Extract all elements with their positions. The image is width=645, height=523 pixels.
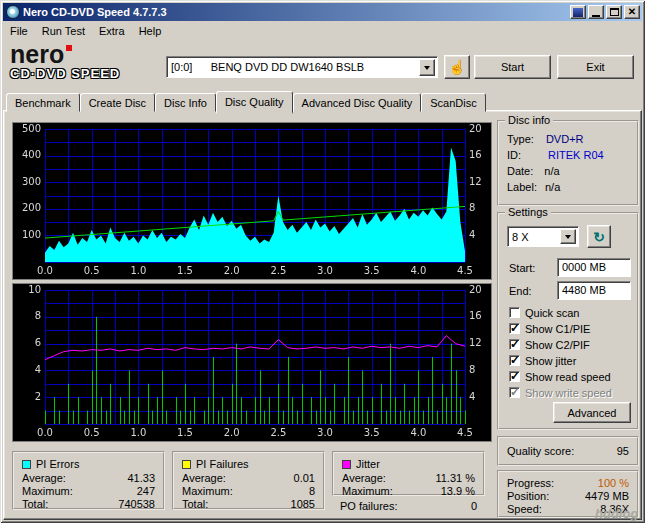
settings-title: Settings xyxy=(505,206,551,218)
start-position-field[interactable]: 0000 MB xyxy=(557,258,631,277)
quality-score-panel: Quality score: 95 xyxy=(497,436,639,466)
disc-id-label: ID: xyxy=(507,149,521,161)
checkbox-show-jitter[interactable]: Show jitter xyxy=(509,354,576,367)
pi-failures-panel: PI Failures Average:0.01 Maximum:8 Total… xyxy=(172,451,325,510)
pi-failures-total: 1085 xyxy=(291,498,315,510)
progress-value: 100 % xyxy=(598,477,629,489)
pi-failures-average: 0.01 xyxy=(294,472,315,484)
checkbox-show-read-speed[interactable]: Show read speed xyxy=(509,370,611,383)
jitter-maximum: 13.9 % xyxy=(441,485,475,497)
disc-info-title: Disc info xyxy=(505,114,553,126)
scan-speed-select[interactable]: 8 X xyxy=(507,226,579,247)
checkbox-icon xyxy=(509,323,520,334)
tabstrip: Benchmark Create Disc Disc Info Disc Qua… xyxy=(6,91,486,112)
tab-disc-quality[interactable]: Disc Quality xyxy=(216,91,293,114)
app-icon xyxy=(6,5,20,19)
jitter-title: Jitter xyxy=(356,458,380,470)
jitter-average: 11.31 % xyxy=(435,472,475,484)
jitter-color-swatch xyxy=(342,460,351,469)
pi-failures-color-swatch xyxy=(182,460,191,469)
menu-help[interactable]: Help xyxy=(132,23,169,39)
logo-text: nero xyxy=(10,40,64,68)
hand-pointer-button[interactable]: ☝ xyxy=(444,55,470,79)
refresh-icon: ↻ xyxy=(593,229,605,245)
checkbox-show-c2-pif[interactable]: Show C2/PIF xyxy=(509,338,590,351)
chevron-down-icon xyxy=(424,66,430,73)
tab-disc-info[interactable]: Disc Info xyxy=(155,93,216,112)
po-failures-value: 0 xyxy=(471,500,477,512)
logo-subtitle: CD·DVD SPEED xyxy=(10,66,160,81)
nero-mini-icon xyxy=(573,8,583,17)
drive-select-dropdown-button[interactable] xyxy=(419,59,435,76)
tab-advanced-disc-quality[interactable]: Advanced Disc Quality xyxy=(293,93,422,112)
close-button[interactable]: ✕ xyxy=(624,5,640,19)
quality-score-label: Quality score: xyxy=(507,445,574,457)
close-icon: ✕ xyxy=(628,7,636,17)
tab-scandisc[interactable]: ScanDisc xyxy=(421,93,485,112)
checkbox-icon xyxy=(509,339,520,350)
disc-date-value: n/a xyxy=(544,165,559,177)
menu-run-test[interactable]: Run Test xyxy=(35,23,92,39)
start-button[interactable]: Start xyxy=(474,55,551,79)
pi-errors-panel: PI Errors Average:41.33 Maximum:247 Tota… xyxy=(12,451,165,510)
pi-errors-total: 740538 xyxy=(118,498,155,510)
position-value: 4479 MB xyxy=(585,490,629,502)
disc-date-label: Date: xyxy=(507,165,533,177)
exit-button[interactable]: Exit xyxy=(557,55,634,79)
po-failures: PO failures: 0 xyxy=(340,499,477,512)
disc-id-value: RITEK R04 xyxy=(548,149,604,161)
pi-errors-maximum: 247 xyxy=(137,485,155,497)
chevron-down-icon xyxy=(565,235,571,242)
pi-errors-title: PI Errors xyxy=(36,458,79,470)
po-failures-label: PO failures: xyxy=(340,500,397,512)
jitter-panel: Jitter Average:11.31 % Maximum:13.9 % xyxy=(332,451,485,496)
logo-red-dot-icon xyxy=(66,45,72,51)
hand-icon: ☝ xyxy=(448,59,465,75)
checkbox-icon xyxy=(509,307,520,318)
app-window: Nero CD-DVD Speed 4.7.7.3 ✕ File Run Tes… xyxy=(0,0,645,523)
end-position-field[interactable]: 4480 MB xyxy=(557,281,631,300)
disc-type-value: DVD+R xyxy=(546,133,584,145)
maximize-button[interactable] xyxy=(606,5,622,19)
drive-select-value: [0:0] BENQ DVD DD DW1640 BSLB xyxy=(167,61,419,73)
tab-benchmark[interactable]: Benchmark xyxy=(6,93,80,112)
pi-failures-maximum: 8 xyxy=(309,485,315,497)
titlebar: Nero CD-DVD Speed 4.7.7.3 ✕ xyxy=(3,3,642,21)
scan-speed-dropdown-button[interactable] xyxy=(560,229,576,244)
minimize-icon xyxy=(592,15,600,17)
pi-errors-color-swatch xyxy=(22,460,31,469)
minimize-button[interactable] xyxy=(588,5,604,19)
pi-errors-average: 41.33 xyxy=(127,472,155,484)
speed-label: Speed: xyxy=(507,503,542,515)
disc-label-value: n/a xyxy=(545,181,560,193)
pif-jitter-chart xyxy=(12,283,492,442)
scan-speed-value: 8 X xyxy=(508,231,560,243)
progress-label: Progress: xyxy=(507,477,554,489)
disc-label-label: Label: xyxy=(507,181,537,193)
checkbox-show-write-speed: Show write speed xyxy=(509,386,612,399)
menu-extra[interactable]: Extra xyxy=(92,23,132,39)
pi-failures-title: PI Failures xyxy=(196,458,249,470)
titlebar-extra-button[interactable] xyxy=(570,5,586,19)
checkbox-show-c1-pie[interactable]: Show C1/PIE xyxy=(509,322,590,335)
maximize-icon xyxy=(610,8,619,16)
quality-score-value: 95 xyxy=(617,445,629,457)
titlebar-buttons: ✕ xyxy=(570,5,640,19)
hddlog-watermark: hddlog xyxy=(595,506,638,521)
nero-logo: nero CD·DVD SPEED xyxy=(10,42,160,81)
menu-file[interactable]: File xyxy=(3,23,35,39)
position-label: Position: xyxy=(507,490,549,502)
checkbox-quick-scan[interactable]: Quick scan xyxy=(509,306,579,319)
drive-select[interactable]: [0:0] BENQ DVD DD DW1640 BSLB xyxy=(166,56,438,78)
checkbox-icon xyxy=(509,387,520,398)
settings-panel: Settings 8 X ↻ Start: 0000 MB End: 4480 … xyxy=(497,212,639,430)
start-position-label: Start: xyxy=(509,262,535,274)
tab-create-disc[interactable]: Create Disc xyxy=(80,93,155,112)
pie-speed-chart xyxy=(12,122,492,280)
advanced-button[interactable]: Advanced xyxy=(553,402,631,423)
checkbox-icon xyxy=(509,371,520,382)
menubar: File Run Test Extra Help xyxy=(3,22,642,40)
checkbox-icon xyxy=(509,355,520,366)
refresh-speeds-button[interactable]: ↻ xyxy=(587,225,611,248)
end-position-label: End: xyxy=(509,285,532,297)
